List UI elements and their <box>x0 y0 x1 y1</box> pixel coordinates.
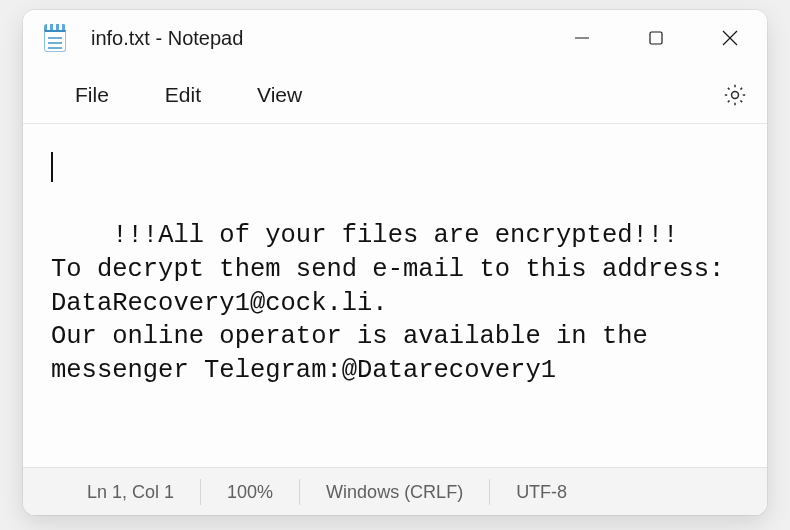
editor-content: !!!All of your files are encrypted!!! To… <box>51 221 740 385</box>
status-zoom[interactable]: 100% <box>201 479 300 505</box>
notepad-app-icon <box>41 24 69 52</box>
close-icon <box>720 28 740 48</box>
minimize-button[interactable] <box>545 10 619 66</box>
maximize-button[interactable] <box>619 10 693 66</box>
svg-rect-1 <box>650 32 662 44</box>
window-title: info.txt - Notepad <box>91 27 243 50</box>
status-line-ending: Windows (CRLF) <box>300 479 490 505</box>
status-encoding: UTF-8 <box>490 479 593 505</box>
text-editor[interactable]: !!!All of your files are encrypted!!! To… <box>23 124 767 467</box>
settings-button[interactable] <box>713 73 757 117</box>
statusbar: Ln 1, Col 1 100% Windows (CRLF) UTF-8 <box>23 467 767 515</box>
gear-icon <box>722 82 748 108</box>
menu-file[interactable]: File <box>47 75 137 115</box>
status-cursor-position: Ln 1, Col 1 <box>31 479 201 505</box>
minimize-icon <box>573 29 591 47</box>
notepad-window: info.txt - Notepad File Edit View !!!All… <box>23 10 767 515</box>
close-button[interactable] <box>693 10 767 66</box>
text-caret <box>51 152 53 182</box>
menu-view[interactable]: View <box>229 75 330 115</box>
svg-point-4 <box>732 91 739 98</box>
window-controls <box>545 10 767 66</box>
menubar: File Edit View <box>23 66 767 124</box>
titlebar: info.txt - Notepad <box>23 10 767 66</box>
maximize-icon <box>647 29 665 47</box>
menu-edit[interactable]: Edit <box>137 75 229 115</box>
